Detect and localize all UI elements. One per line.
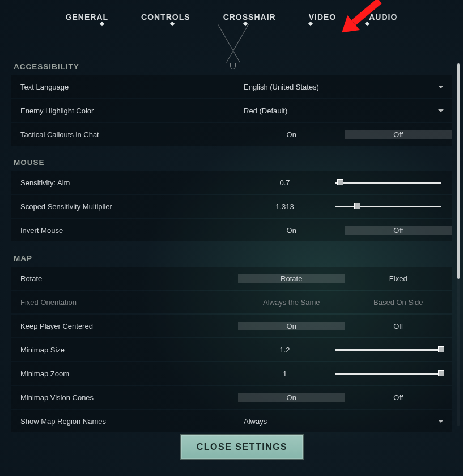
dropdown-text-language[interactable]: English (United States) <box>238 75 452 98</box>
tab-bar: GENERAL CONTROLS CROSSHAIR VIDEO AUDIO <box>0 12 463 22</box>
value-scoped-sens[interactable]: 1.313 <box>238 202 332 211</box>
btn-tactical-off[interactable]: Off <box>345 130 452 139</box>
btn-tactical-on[interactable]: On <box>238 130 345 139</box>
btn-rotate-fixed[interactable]: Fixed <box>345 274 452 283</box>
value-minimap-zoom[interactable]: 1 <box>238 369 332 378</box>
section-header-map: MAP <box>11 243 452 267</box>
btn-always-same: Always the Same <box>238 298 345 307</box>
label-minimap-size: Minimap Size <box>11 346 238 354</box>
row-enemy-highlight: Enemy Highlight Color Red (Default) <box>11 99 452 122</box>
btn-cones-on[interactable]: On <box>238 393 345 402</box>
close-settings-button[interactable]: CLOSE SETTINGS <box>180 434 304 460</box>
section-header-accessibility: ACCESSIBILITY <box>11 51 452 75</box>
row-vision-cones: Minimap Vision Cones On Off <box>11 386 452 409</box>
dropdown-enemy-highlight[interactable]: Red (Default) <box>238 99 452 122</box>
label-minimap-zoom: Minimap Zoom <box>11 369 238 378</box>
dropdown-region-names[interactable]: Always <box>238 410 452 432</box>
value-minimap-size[interactable]: 1.2 <box>238 346 332 354</box>
slider-minimap-zoom[interactable] <box>332 362 452 385</box>
dropdown-value-text-language: English (United States) <box>244 83 319 91</box>
value-sensitivity[interactable]: 0.7 <box>238 178 332 187</box>
dropdown-value-enemy-highlight: Red (Default) <box>244 107 287 115</box>
slider-scoped-sens[interactable] <box>332 195 452 218</box>
row-minimap-size: Minimap Size 1.2 <box>11 338 452 361</box>
tab-video[interactable]: VIDEO <box>309 12 337 22</box>
btn-cones-off[interactable]: Off <box>345 393 452 402</box>
settings-window: GENERAL CONTROLS CROSSHAIR VIDEO AUDIO A… <box>0 0 463 476</box>
tab-audio[interactable]: AUDIO <box>369 12 397 22</box>
label-enemy-highlight: Enemy Highlight Color <box>11 107 238 115</box>
label-vision-cones: Minimap Vision Cones <box>11 393 238 402</box>
caret-down-icon <box>438 420 444 423</box>
settings-body: ACCESSIBILITY Text Language English (Uni… <box>0 51 463 436</box>
row-keep-centered: Keep Player Centered On Off <box>11 314 452 337</box>
row-sensitivity: Sensitivity: Aim 0.7 <box>11 171 452 194</box>
label-text-language: Text Language <box>11 83 238 91</box>
btn-invert-off[interactable]: Off <box>345 226 452 235</box>
tab-controls[interactable]: CONTROLS <box>141 12 190 22</box>
btn-invert-on[interactable]: On <box>238 226 345 235</box>
row-minimap-zoom: Minimap Zoom 1 <box>11 362 452 385</box>
slider-minimap-size[interactable] <box>332 338 452 361</box>
caret-down-icon <box>438 86 444 88</box>
btn-centered-off[interactable]: Off <box>345 322 452 330</box>
caret-down-icon <box>438 109 444 112</box>
label-tactical-callouts: Tactical Callouts in Chat <box>11 130 238 139</box>
dropdown-value-region-names: Always <box>244 417 267 426</box>
tab-general[interactable]: GENERAL <box>66 12 108 22</box>
label-fixed-orientation: Fixed Orientation <box>11 298 238 307</box>
slider-sensitivity[interactable] <box>332 171 452 194</box>
label-scoped-sens: Scoped Sensitivity Multiplier <box>11 202 238 211</box>
row-invert-mouse: Invert Mouse On Off <box>11 219 452 241</box>
row-text-language: Text Language English (United States) <box>11 75 452 98</box>
tabline <box>0 24 463 24</box>
row-tactical-callouts: Tactical Callouts in Chat On Off <box>11 123 452 146</box>
label-keep-centered: Keep Player Centered <box>11 322 238 330</box>
label-invert-mouse: Invert Mouse <box>11 226 238 235</box>
btn-based-on-side: Based On Side <box>345 298 452 307</box>
row-fixed-orientation: Fixed Orientation Always the Same Based … <box>11 291 452 313</box>
label-region-names: Show Map Region Names <box>11 417 238 426</box>
tab-crosshair[interactable]: CROSSHAIR <box>223 12 276 22</box>
section-header-mouse: MOUSE <box>11 147 452 171</box>
row-rotate: Rotate Rotate Fixed <box>11 267 452 290</box>
row-scoped-sens: Scoped Sensitivity Multiplier 1.313 <box>11 195 452 218</box>
label-rotate: Rotate <box>11 274 238 283</box>
label-sensitivity: Sensitivity: Aim <box>11 178 238 187</box>
btn-centered-on[interactable]: On <box>238 322 345 330</box>
row-region-names: Show Map Region Names Always <box>11 410 452 432</box>
btn-rotate-rotate[interactable]: Rotate <box>238 274 345 283</box>
